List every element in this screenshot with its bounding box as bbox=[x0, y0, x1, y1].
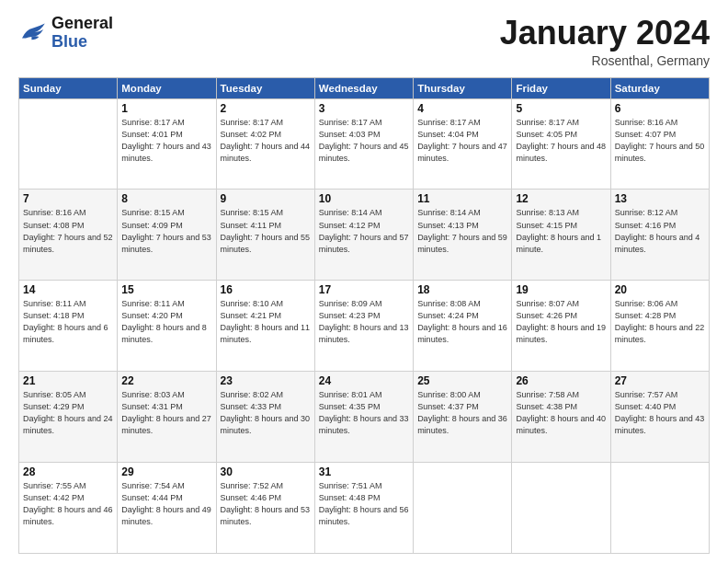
day-info: Sunrise: 8:14 AMSunset: 4:13 PMDaylight:… bbox=[417, 207, 507, 255]
calendar-header-row: Sunday Monday Tuesday Wednesday Thursday… bbox=[19, 77, 710, 98]
day-info: Sunrise: 8:09 AMSunset: 4:23 PMDaylight:… bbox=[319, 298, 409, 346]
day-info: Sunrise: 7:55 AMSunset: 4:42 PMDaylight:… bbox=[23, 480, 113, 528]
calendar-cell: 2Sunrise: 8:17 AMSunset: 4:02 PMDaylight… bbox=[216, 98, 314, 190]
day-number: 16 bbox=[221, 283, 311, 296]
calendar-cell: 3Sunrise: 8:17 AMSunset: 4:03 PMDaylight… bbox=[314, 98, 413, 190]
day-info: Sunrise: 8:15 AMSunset: 4:09 PMDaylight:… bbox=[121, 207, 211, 255]
location: Rosenthal, Germany bbox=[500, 53, 710, 68]
day-number: 18 bbox=[417, 283, 507, 296]
calendar-cell: 12Sunrise: 8:13 AMSunset: 4:15 PMDayligh… bbox=[512, 190, 610, 281]
calendar-cell: 1Sunrise: 8:17 AMSunset: 4:01 PMDaylight… bbox=[118, 98, 216, 190]
day-number: 30 bbox=[221, 465, 311, 478]
day-number: 24 bbox=[319, 374, 409, 387]
calendar-cell: 10Sunrise: 8:14 AMSunset: 4:12 PMDayligh… bbox=[314, 190, 413, 281]
calendar-cell: 15Sunrise: 8:11 AMSunset: 4:20 PMDayligh… bbox=[118, 281, 216, 372]
day-number: 26 bbox=[516, 374, 606, 387]
calendar-table: Sunday Monday Tuesday Wednesday Thursday… bbox=[18, 77, 710, 554]
calendar-week-3: 14Sunrise: 8:11 AMSunset: 4:18 PMDayligh… bbox=[19, 281, 710, 372]
day-info: Sunrise: 7:52 AMSunset: 4:46 PMDaylight:… bbox=[221, 480, 311, 528]
calendar-cell: 5Sunrise: 8:17 AMSunset: 4:05 PMDaylight… bbox=[512, 98, 610, 190]
calendar-week-5: 28Sunrise: 7:55 AMSunset: 4:42 PMDayligh… bbox=[19, 463, 710, 554]
day-info: Sunrise: 8:10 AMSunset: 4:21 PMDaylight:… bbox=[221, 298, 311, 346]
calendar-week-2: 7Sunrise: 8:16 AMSunset: 4:08 PMDaylight… bbox=[19, 190, 710, 281]
day-info: Sunrise: 8:08 AMSunset: 4:24 PMDaylight:… bbox=[417, 298, 507, 346]
day-number: 22 bbox=[121, 374, 211, 387]
calendar-cell bbox=[19, 98, 118, 190]
day-number: 9 bbox=[221, 192, 311, 205]
logo: General Blue bbox=[18, 15, 113, 52]
day-number: 31 bbox=[319, 465, 409, 478]
day-number: 2 bbox=[221, 102, 311, 115]
day-number: 10 bbox=[319, 192, 409, 205]
calendar-cell: 7Sunrise: 8:16 AMSunset: 4:08 PMDaylight… bbox=[19, 190, 118, 281]
day-info: Sunrise: 8:11 AMSunset: 4:18 PMDaylight:… bbox=[23, 298, 113, 346]
calendar-cell: 23Sunrise: 8:02 AMSunset: 4:33 PMDayligh… bbox=[216, 372, 314, 463]
calendar-cell: 13Sunrise: 8:12 AMSunset: 4:16 PMDayligh… bbox=[610, 190, 709, 281]
day-number: 27 bbox=[615, 374, 705, 387]
calendar-cell: 8Sunrise: 8:15 AMSunset: 4:09 PMDaylight… bbox=[118, 190, 216, 281]
calendar-cell: 24Sunrise: 8:01 AMSunset: 4:35 PMDayligh… bbox=[314, 372, 413, 463]
calendar-cell bbox=[414, 463, 512, 554]
day-info: Sunrise: 8:14 AMSunset: 4:12 PMDaylight:… bbox=[319, 207, 409, 255]
day-info: Sunrise: 8:07 AMSunset: 4:26 PMDaylight:… bbox=[516, 298, 606, 346]
day-number: 15 bbox=[121, 283, 211, 296]
day-number: 3 bbox=[319, 102, 409, 115]
day-number: 13 bbox=[615, 192, 705, 205]
month-title: January 2024 bbox=[500, 15, 710, 52]
day-info: Sunrise: 8:17 AMSunset: 4:02 PMDaylight:… bbox=[221, 117, 311, 165]
page: General Blue January 2024 Rosenthal, Ger… bbox=[0, 0, 728, 563]
header-wednesday: Wednesday bbox=[314, 77, 413, 98]
day-number: 23 bbox=[221, 374, 311, 387]
day-info: Sunrise: 8:11 AMSunset: 4:20 PMDaylight:… bbox=[121, 298, 211, 346]
header: General Blue January 2024 Rosenthal, Ger… bbox=[18, 15, 710, 68]
day-number: 21 bbox=[23, 374, 113, 387]
logo-text: General Blue bbox=[51, 15, 113, 52]
header-tuesday: Tuesday bbox=[216, 77, 314, 98]
calendar-cell: 30Sunrise: 7:52 AMSunset: 4:46 PMDayligh… bbox=[216, 463, 314, 554]
calendar-cell: 11Sunrise: 8:14 AMSunset: 4:13 PMDayligh… bbox=[414, 190, 512, 281]
day-info: Sunrise: 8:17 AMSunset: 4:01 PMDaylight:… bbox=[121, 117, 211, 165]
day-number: 7 bbox=[23, 192, 113, 205]
day-info: Sunrise: 8:16 AMSunset: 4:07 PMDaylight:… bbox=[615, 117, 705, 165]
day-number: 8 bbox=[121, 192, 211, 205]
calendar-cell: 27Sunrise: 7:57 AMSunset: 4:40 PMDayligh… bbox=[610, 372, 709, 463]
header-friday: Friday bbox=[512, 77, 610, 98]
day-number: 6 bbox=[615, 102, 705, 115]
calendar-week-4: 21Sunrise: 8:05 AMSunset: 4:29 PMDayligh… bbox=[19, 372, 710, 463]
calendar-cell: 25Sunrise: 8:00 AMSunset: 4:37 PMDayligh… bbox=[414, 372, 512, 463]
day-number: 1 bbox=[121, 102, 211, 115]
day-info: Sunrise: 8:13 AMSunset: 4:15 PMDaylight:… bbox=[516, 207, 606, 255]
day-number: 29 bbox=[121, 465, 211, 478]
day-info: Sunrise: 8:03 AMSunset: 4:31 PMDaylight:… bbox=[121, 389, 211, 437]
calendar-cell: 19Sunrise: 8:07 AMSunset: 4:26 PMDayligh… bbox=[512, 281, 610, 372]
logo-icon bbox=[18, 22, 48, 44]
day-number: 19 bbox=[516, 283, 606, 296]
calendar-cell: 16Sunrise: 8:10 AMSunset: 4:21 PMDayligh… bbox=[216, 281, 314, 372]
title-area: January 2024 Rosenthal, Germany bbox=[500, 15, 710, 68]
day-number: 14 bbox=[23, 283, 113, 296]
header-thursday: Thursday bbox=[414, 77, 512, 98]
day-info: Sunrise: 8:02 AMSunset: 4:33 PMDaylight:… bbox=[221, 389, 311, 437]
calendar-cell bbox=[512, 463, 610, 554]
day-number: 28 bbox=[23, 465, 113, 478]
calendar-cell: 29Sunrise: 7:54 AMSunset: 4:44 PMDayligh… bbox=[118, 463, 216, 554]
day-number: 25 bbox=[417, 374, 507, 387]
calendar-cell: 28Sunrise: 7:55 AMSunset: 4:42 PMDayligh… bbox=[19, 463, 118, 554]
day-info: Sunrise: 7:57 AMSunset: 4:40 PMDaylight:… bbox=[615, 389, 705, 437]
calendar-cell: 20Sunrise: 8:06 AMSunset: 4:28 PMDayligh… bbox=[610, 281, 709, 372]
day-info: Sunrise: 8:00 AMSunset: 4:37 PMDaylight:… bbox=[417, 389, 507, 437]
calendar-cell: 4Sunrise: 8:17 AMSunset: 4:04 PMDaylight… bbox=[414, 98, 512, 190]
day-info: Sunrise: 8:15 AMSunset: 4:11 PMDaylight:… bbox=[221, 207, 311, 255]
calendar-cell: 26Sunrise: 7:58 AMSunset: 4:38 PMDayligh… bbox=[512, 372, 610, 463]
calendar-cell: 31Sunrise: 7:51 AMSunset: 4:48 PMDayligh… bbox=[314, 463, 413, 554]
calendar-cell: 21Sunrise: 8:05 AMSunset: 4:29 PMDayligh… bbox=[19, 372, 118, 463]
day-info: Sunrise: 8:17 AMSunset: 4:03 PMDaylight:… bbox=[319, 117, 409, 165]
day-number: 5 bbox=[516, 102, 606, 115]
day-info: Sunrise: 8:06 AMSunset: 4:28 PMDaylight:… bbox=[615, 298, 705, 346]
day-info: Sunrise: 7:58 AMSunset: 4:38 PMDaylight:… bbox=[516, 389, 606, 437]
header-monday: Monday bbox=[118, 77, 216, 98]
day-info: Sunrise: 8:12 AMSunset: 4:16 PMDaylight:… bbox=[615, 207, 705, 255]
header-saturday: Saturday bbox=[610, 77, 709, 98]
day-number: 20 bbox=[615, 283, 705, 296]
day-info: Sunrise: 8:05 AMSunset: 4:29 PMDaylight:… bbox=[23, 389, 113, 437]
